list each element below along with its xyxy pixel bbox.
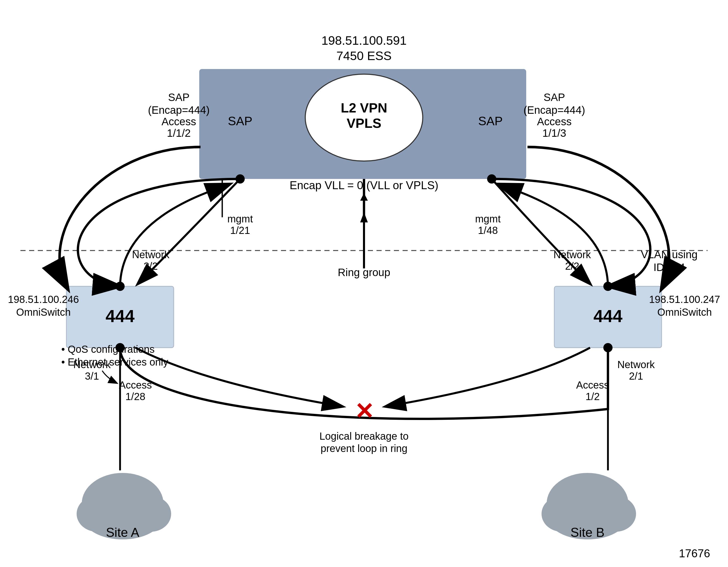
sap-left-port: 1/1/2 (167, 127, 191, 139)
big-arc-left (60, 147, 201, 289)
arrow-rightswitch-to-ring (386, 348, 590, 407)
arc-left-outer (78, 179, 240, 286)
arrow-topleft-to-leftswitch (138, 179, 240, 284)
sap-left-label: SAP (168, 91, 190, 103)
sap-right-access: Access (537, 115, 571, 127)
sap-right-port: 1/1/3 (542, 127, 566, 139)
left-vlan-label: 444 (105, 306, 135, 326)
sap-left-encap: (Encap=444) (148, 104, 210, 116)
cloud-site-b: Site B (542, 473, 636, 540)
mgmt-right-label1: mgmt (475, 213, 501, 224)
network-2-2-line (498, 184, 608, 288)
network-3-2-line (120, 184, 230, 288)
right-vlan-label: 444 (593, 306, 623, 326)
breakage-label2: prevent loop in ring (321, 443, 407, 454)
sap-right-label: SAP (544, 91, 565, 103)
sap-left-inside: SAP (228, 114, 252, 128)
site-b-label: Site B (570, 525, 604, 540)
center-up-arrow (360, 193, 368, 201)
mgmt-left-label2: 1/21 (230, 225, 250, 236)
access-right-label1: Access (576, 379, 609, 391)
vpls-label-line1: L2 VPN (341, 100, 387, 115)
figure-number: 17676 (679, 547, 710, 560)
main-diagram-svg: L2 VPN VPLS SAP SAP Encap VLL = 0 (VLL o… (0, 0, 728, 567)
qos-label-line2: • Ethernet services only (61, 356, 168, 368)
access-right-label2: 1/2 (585, 391, 600, 402)
mgmt-left-label1: mgmt (227, 213, 253, 224)
vpls-label-line2: VPLS (347, 116, 381, 131)
top-device-model: 7450 ESS (336, 49, 392, 63)
big-arc-right (527, 147, 669, 289)
network-left-bottom-label2: 3/1 (85, 371, 99, 382)
left-switch-ip: 198.51.100.246 (8, 294, 79, 305)
diagram-container: L2 VPN VPLS SAP SAP Encap VLL = 0 (VLL o… (0, 0, 728, 567)
access-left-label1: Access (119, 379, 152, 391)
top-device-ip: 198.51.100.591 (321, 34, 407, 47)
breakage-label1: Logical breakage to (319, 431, 408, 442)
cloud-site-a: Site A (77, 473, 171, 540)
access-left-label2: 1/28 (125, 391, 145, 402)
qos-arrow (102, 371, 118, 384)
sap-right-inside: SAP (478, 114, 503, 128)
right-switch-name: OmniSwitch (657, 307, 712, 318)
arrow-topright-to-rightswitch (492, 179, 590, 284)
qos-label-line1: • QoS configurations (61, 344, 155, 355)
breakage-x-symbol: ✕ (355, 399, 374, 424)
sap-right-encap: (Encap=444) (523, 104, 585, 116)
network-right-bottom-label1: Network (617, 359, 655, 370)
sap-left-access: Access (161, 115, 196, 127)
right-switch-ip: 198.51.100.247 (649, 294, 720, 305)
site-a-label: Site A (106, 525, 139, 540)
mgmt-right-label2: 1/48 (478, 225, 498, 236)
left-switch-name: OmniSwitch (16, 307, 71, 318)
network-right-bottom-label2: 2/1 (629, 371, 643, 382)
